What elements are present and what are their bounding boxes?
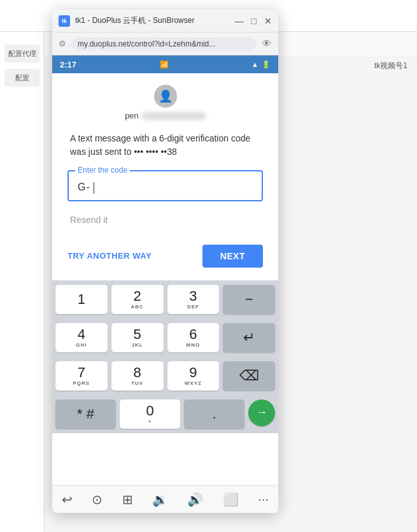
key-sub-label: ABC	[131, 304, 143, 310]
close-button[interactable]: ✕	[264, 17, 272, 25]
key-main-label: 1	[78, 292, 85, 306]
browser-favicon: tk	[59, 15, 70, 27]
key-main-label: .	[212, 407, 216, 421]
key-6-button[interactable]: 6MNO	[167, 323, 220, 352]
key-main-label: 9	[189, 366, 197, 380]
key-4-button[interactable]: 4GHI	[55, 323, 108, 352]
home-nav-icon[interactable]: ⊙	[92, 492, 102, 507]
profile-area: 👤 pen	[52, 73, 278, 126]
key-9-button[interactable]: 9WXYZ	[167, 361, 220, 391]
key-main-label: 2	[134, 289, 141, 303]
minimize-button[interactable]: —	[235, 17, 244, 25]
key-main-label: ⌫	[239, 369, 259, 383]
resend-area: Resend it	[52, 201, 278, 226]
key-−-button[interactable]: −	[223, 285, 275, 314]
key-sub-label: TUV	[131, 380, 143, 386]
code-value-text: G-	[78, 182, 90, 192]
avatar: 👤	[154, 85, 177, 108]
browser-tab-title: tk1 - DuoPlus 云手机 - SunBrowser	[75, 15, 230, 26]
key-main-label: * #	[77, 407, 94, 421]
back-nav-icon[interactable]: ↩	[62, 492, 73, 507]
key-main-label: −	[245, 292, 253, 306]
code-input-label: Enter the code	[75, 166, 130, 175]
key-0-button[interactable]: 0+	[120, 399, 180, 429]
keyboard-row-1: 4GHI5JKL6MNO↵	[52, 319, 278, 357]
key-main-label: 5	[134, 327, 141, 341]
bg-sidebar: 配置代理 配置	[0, 32, 45, 532]
key-main-label: 6	[189, 327, 197, 341]
status-time: 2:17	[60, 60, 76, 69]
right-label-tk: tk视频号1	[374, 61, 407, 71]
privacy-icon[interactable]: 👁	[262, 38, 272, 50]
screen-nav-icon[interactable]: ⬜	[223, 492, 239, 507]
apps-nav-icon[interactable]: ⊞	[122, 492, 133, 507]
code-input-container[interactable]: Enter the code G-	[67, 170, 263, 201]
try-another-way-button[interactable]: TRY ANOTHER WAY	[67, 251, 152, 261]
key-sub-label: JKL	[132, 342, 143, 348]
right-content: tk视频号1	[374, 61, 407, 71]
status-signal-icon: 📶	[160, 61, 169, 69]
key-2-button[interactable]: 2ABC	[111, 285, 164, 314]
vol-up-nav-icon[interactable]: 🔊	[187, 492, 203, 507]
key-sub-label: PQRS	[73, 380, 90, 386]
key-main-label: 7	[78, 366, 85, 380]
key-8-button[interactable]: 8TUV	[111, 361, 164, 391]
browser-addressbar: ⚙ my.duoplus.net/control?id=Lzehm&mid...…	[52, 32, 278, 55]
key-sub-label: DEF	[187, 304, 199, 310]
more-nav-icon[interactable]: ···	[258, 492, 269, 507]
phone-navbar: ↩ ⊙ ⊞ 🔉 🔊 ⬜ ···	[52, 485, 278, 513]
sidebar-btn-2[interactable]: 配置	[4, 69, 39, 87]
browser-window: tk tk1 - DuoPlus 云手机 - SunBrowser — □ ✕ …	[52, 10, 278, 513]
keyboard-row-3: * #0+.→	[52, 395, 278, 433]
key-main-label: 0	[146, 404, 153, 418]
key-enter[interactable]: →	[248, 399, 275, 426]
key-1-button[interactable]: 1	[55, 285, 108, 314]
phone-keyboard: 12ABC3DEF−4GHI5JKL6MNO↵7PQRS8TUV9WXYZ⌫* …	[52, 280, 278, 433]
key-sub-label: +	[148, 419, 152, 424]
key-main-label: 4	[78, 327, 85, 341]
browser-titlebar: tk tk1 - DuoPlus 云手机 - SunBrowser — □ ✕	[52, 10, 278, 32]
key-↵-button[interactable]: ↵	[223, 323, 275, 352]
cursor	[94, 182, 94, 194]
next-button[interactable]: NEXT	[202, 245, 263, 268]
keyboard-row-2: 7PQRS8TUV9WXYZ⌫	[52, 357, 278, 395]
key-sub-label: WXYZ	[185, 380, 202, 386]
key-main-label: 3	[189, 289, 197, 303]
verify-message: A text message with a 6-digit verificati…	[52, 126, 278, 168]
sidebar-btn-1[interactable]: 配置代理	[4, 45, 39, 62]
key-*#-button[interactable]: * #	[55, 399, 116, 429]
key-main-label: 8	[134, 366, 141, 380]
status-icons: ▲ 🔋	[251, 61, 271, 69]
key-sub-label: MNO	[187, 342, 201, 348]
key-.-button[interactable]: .	[184, 399, 244, 429]
wifi-icon: ▲	[251, 61, 258, 68]
browser-controls: — □ ✕	[235, 17, 272, 25]
key-3-button[interactable]: 3DEF	[167, 285, 220, 314]
key-5-button[interactable]: 5JKL	[111, 323, 164, 352]
profile-name-blur	[142, 112, 206, 120]
profile-name: pen	[125, 111, 206, 120]
address-url-bar[interactable]: my.duoplus.net/control?id=Lzehm&mid...	[71, 38, 257, 50]
profile-name-text: pen	[125, 111, 139, 120]
keyboard-row-0: 12ABC3DEF−	[52, 280, 278, 319]
battery-icon: 🔋	[262, 61, 271, 69]
key-sub-label: GHI	[76, 342, 87, 348]
security-icon: ⚙	[59, 39, 66, 48]
maximize-button[interactable]: □	[251, 17, 257, 25]
phone-content: 2:17 📶 ▲ 🔋 👤 pen A text message with a 6…	[52, 55, 278, 485]
phone-statusbar: 2:17 📶 ▲ 🔋	[52, 55, 278, 73]
action-buttons: TRY ANOTHER WAY NEXT	[52, 226, 278, 280]
vol-down-nav-icon[interactable]: 🔉	[152, 492, 168, 507]
code-input-value: G-	[78, 182, 253, 194]
resend-link[interactable]: Resend it	[70, 215, 108, 225]
key-⌫-button[interactable]: ⌫	[223, 361, 275, 391]
key-7-button[interactable]: 7PQRS	[55, 361, 108, 391]
key-main-label: ↵	[243, 331, 255, 345]
